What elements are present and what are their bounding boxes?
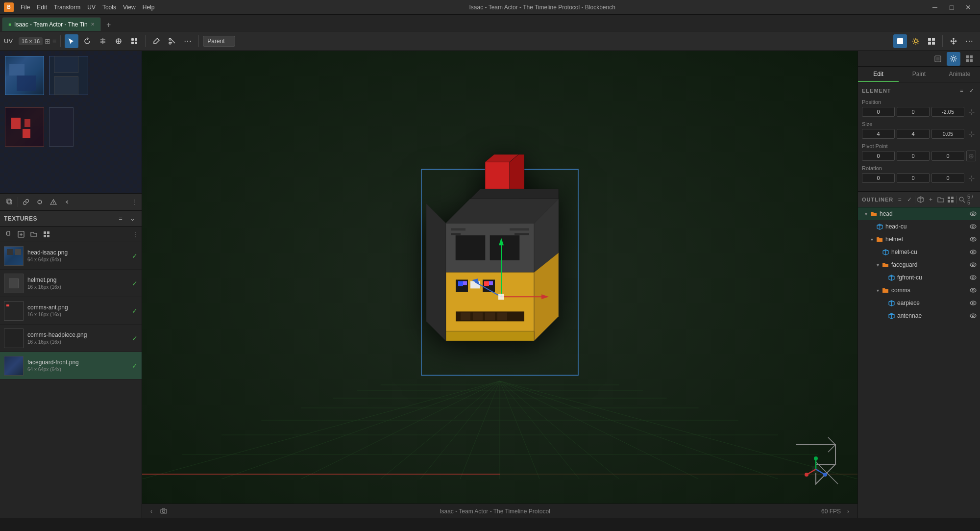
outliner-item-antennae[interactable]: antennae [858,309,980,322]
left-tool-link[interactable] [20,196,32,208]
left-tool-warning[interactable] [48,196,59,208]
more-options-button[interactable]: ⋯ [962,34,976,48]
resize-icon[interactable]: ⊞ [45,37,50,45]
paint-tool-button[interactable] [149,34,163,48]
vis-faceguard[interactable] [968,260,978,270]
vis-helmet[interactable] [968,234,978,244]
vis-head[interactable] [968,209,978,219]
tab-edit[interactable]: Edit [858,67,899,82]
parent-select[interactable]: Parent World Local [203,36,235,47]
menu-transform[interactable]: Transform [51,3,83,12]
left-tool-copy[interactable] [4,196,16,208]
left-tool-refresh[interactable] [34,196,46,208]
size-y-input[interactable] [897,129,930,139]
cut-tool-button[interactable] [165,34,179,48]
menu-help[interactable]: Help [140,3,158,12]
tab-paint[interactable]: Paint [899,67,939,82]
menu-uv[interactable]: UV [84,3,98,12]
auto-uv-button[interactable] [127,34,141,48]
outliner-item-fgfront-cu[interactable]: fgfront-cu [858,271,980,284]
texture-item-comms-headpiece[interactable]: comms-headpiece.png 16 x 16px (16x) ✓ [0,325,142,352]
position-link-btn[interactable]: ⊹ [966,106,976,117]
position-y-input[interactable] [897,107,930,117]
vb-prev-button[interactable]: ‹ [146,506,157,517]
tex-folder-button[interactable] [28,229,39,240]
uv-tool-button[interactable] [112,34,125,48]
solid-view-button[interactable] [893,34,907,48]
vis-head-cu[interactable] [968,222,978,231]
expand-faceguard[interactable]: ▾ [874,261,882,269]
close-button[interactable]: ✕ [960,2,976,12]
outliner-search-btn[interactable] [957,195,966,204]
outliner-menu-btn[interactable]: = [895,195,904,204]
pivot-z-input[interactable] [931,151,964,161]
maximize-button[interactable]: □ [944,2,959,12]
pivot-target-btn[interactable]: ⊕ [966,151,976,161]
size-x-input[interactable] [862,129,895,139]
tab-animate[interactable]: Animate [939,67,980,82]
outliner-folder-btn[interactable] [936,195,945,204]
element-icon2[interactable]: ✓ [967,86,976,95]
texture-item-head-isaac[interactable]: head-isaac.png 64 x 64px (64x) ✓ [0,242,142,270]
vis-helmet-cu[interactable] [968,247,978,257]
vb-next-button[interactable]: › [843,506,854,517]
rotate-tool-button[interactable] [80,34,94,48]
rotation-link-btn[interactable]: ⊹ [966,173,976,183]
element-icon1[interactable]: = [957,86,966,95]
position-x-input[interactable] [862,107,895,117]
move-gizmo-button[interactable] [947,34,960,48]
view-perspective-btn[interactable] [931,52,945,66]
texture-item-helmet[interactable]: helmet.png 16 x 16px (16x) ✓ [0,270,142,297]
outliner-item-head[interactable]: ▾ head [858,207,980,220]
select-tool-button[interactable] [65,34,78,48]
position-z-input[interactable] [931,107,964,117]
size-z-input[interactable] [931,129,964,139]
outliner-item-earpiece[interactable]: earpiece [858,297,980,309]
expand-comms[interactable]: ▾ [874,286,882,294]
textures-expand-btn[interactable]: ⌄ [127,213,138,224]
grid-view-button[interactable] [925,34,938,48]
flip-tool-button[interactable] [96,34,110,48]
outliner-grid-btn[interactable] [946,195,955,204]
tab-isaac[interactable]: ■ Isaac - Team Actor - The Tin ✕ [2,17,101,31]
minimize-button[interactable]: ─ [927,2,943,12]
outliner-add-btn[interactable]: + [927,195,935,204]
left-tool-back[interactable] [61,196,73,208]
more-tools-button[interactable]: ⋯ [181,34,195,48]
rotation-z-input[interactable] [931,173,964,183]
vis-earpiece[interactable] [968,298,978,308]
left-tools-more[interactable]: ⋮ [132,199,138,205]
outliner-item-faceguard[interactable]: ▾ faceguard [858,258,980,271]
tex-more-btn[interactable]: ⋮ [133,231,139,238]
equals-icon[interactable]: = [52,37,56,45]
menu-view[interactable]: View [120,3,139,12]
pivot-y-input[interactable] [897,151,930,161]
uv-preview[interactable] [0,51,142,193]
expand-head[interactable]: ▾ [862,210,870,218]
outliner-item-helmet[interactable]: ▾ helmet [858,233,980,246]
menu-edit[interactable]: Edit [34,3,50,12]
sun-button[interactable] [909,34,923,48]
vis-comms[interactable] [968,285,978,295]
size-link-btn[interactable]: ⊹ [966,128,976,139]
outliner-expand-btn[interactable]: ✓ [905,195,914,204]
outliner-item-helmet-cu[interactable]: helmet-cu [858,246,980,258]
view-sun-btn[interactable] [947,52,960,66]
tex-import-button[interactable] [16,229,26,240]
view-grid-btn[interactable] [962,52,976,66]
outliner-cube-btn[interactable] [916,195,925,204]
rotation-x-input[interactable] [862,173,895,183]
texture-item-comms-ant[interactable]: comms-ant.png 16 x 16px (16x) ✓ [0,297,142,325]
outliner-item-head-cu[interactable]: head-cu [858,220,980,233]
tex-grid-button[interactable] [41,229,52,240]
expand-helmet[interactable]: ▾ [868,235,876,243]
vis-fgfront-cu[interactable] [968,273,978,282]
tab-close-button[interactable]: ✕ [91,22,95,27]
pivot-x-input[interactable] [862,151,895,161]
textures-menu-btn[interactable]: = [115,213,126,224]
viewport[interactable]: ‹ Isaac - Team Actor - The Timeline Prot… [142,51,858,518]
rotation-y-input[interactable] [897,173,930,183]
menu-file[interactable]: File [18,3,33,12]
texture-item-faceguard[interactable]: faceguard-front.png 64 x 64px (64x) ✓ [0,352,142,379]
vis-antennae[interactable] [968,311,978,321]
